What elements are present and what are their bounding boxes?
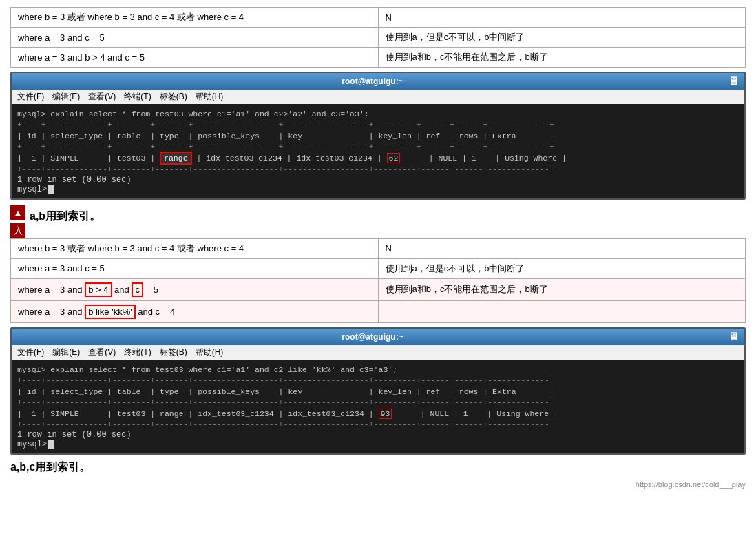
side-icon-up[interactable]: ▲ bbox=[10, 205, 25, 220]
section-1-main: a,b用到索引。 bbox=[30, 204, 746, 228]
terminal-1-title: root@atguigu:~ bbox=[17, 76, 728, 86]
terminal-1-body: mysql> explain select * from test03 wher… bbox=[12, 104, 744, 198]
c-highlight: c bbox=[132, 282, 143, 297]
table-row: where b = 3 或者 where b = 3 and c = 4 或者 … bbox=[11, 8, 746, 28]
terminal-1-menubar: 文件(F) 编辑(E) 查看(V) 终端(T) 标签(B) 帮助(H) bbox=[12, 90, 744, 104]
terminal-2: root@atguigu:~ 🖥 文件(F) 编辑(E) 查看(V) 终端(T)… bbox=[10, 327, 746, 455]
menu-item-tab-2[interactable]: 标签(B) bbox=[160, 347, 187, 358]
range-highlight: range bbox=[160, 152, 192, 165]
menu-item-edit-2[interactable]: 编辑(E) bbox=[52, 347, 80, 358]
table-row: where b = 3 或者 where b = 3 and c = 4 或者 … bbox=[11, 238, 746, 258]
terminal-1-div3: +----+-------------+--------+-------+---… bbox=[17, 165, 739, 175]
terminal-1-datarow: | 1 | SIMPLE | test03 | range | idx_test… bbox=[17, 152, 739, 164]
menu-item-terminal-2[interactable]: 终端(T) bbox=[124, 347, 151, 358]
result-cell: 使用到a，但是c不可以，b中间断了 bbox=[378, 28, 746, 48]
table-row-highlighted-2: where a = 3 and b like 'kk%' and c = 4 bbox=[11, 300, 746, 322]
bottom-info-table: where b = 3 或者 where b = 3 and c = 4 或者 … bbox=[10, 238, 746, 323]
table-row: where a = 3 and c = 5 使用到a，但是c不可以，b中间断了 bbox=[11, 28, 746, 48]
menu-item-help-2[interactable]: 帮助(H) bbox=[196, 347, 224, 358]
condition-cell-like: where a = 3 and b like 'kk%' and c = 4 bbox=[11, 300, 379, 322]
top-info-table: where b = 3 或者 where b = 3 and c = 4 或者 … bbox=[10, 7, 746, 68]
terminal-2-datarow: | 1 | SIMPLE | test03 | range | idx_test… bbox=[17, 408, 739, 420]
section-1-container: ▲ 入 a,b用到索引。 bbox=[10, 204, 746, 238]
section-label-1: a,b用到索引。 bbox=[30, 209, 746, 224]
terminal-2-header: | id | select_type | table | type | poss… bbox=[17, 386, 739, 398]
result-cell: N bbox=[378, 8, 746, 28]
menu-item-file[interactable]: 文件(F) bbox=[17, 91, 44, 103]
condition-cell: where a = 3 and b > 4 and c = 5 bbox=[11, 48, 379, 68]
condition-cell: where a = 3 and c = 5 bbox=[11, 28, 379, 48]
table-row: where a = 3 and c = 5 使用到a，但是c不可以，b中间断了 bbox=[11, 258, 746, 278]
result-cell-empty bbox=[378, 300, 746, 322]
terminal-2-menubar: 文件(F) 编辑(E) 查看(V) 终端(T) 标签(B) 帮助(H) bbox=[12, 345, 744, 360]
terminal-2-div3: +----+-------------+--------+-------+---… bbox=[17, 420, 739, 430]
menu-item-edit[interactable]: 编辑(E) bbox=[52, 91, 80, 103]
terminal-2-div1: +----+-------------+--------+-------+---… bbox=[17, 376, 739, 386]
condition-cell-highlighted: where a = 3 and b > 4 and c = 5 bbox=[11, 278, 379, 300]
side-icons-1: ▲ 入 bbox=[10, 204, 30, 238]
terminal-2-titlebar: root@atguigu:~ 🖥 bbox=[12, 329, 744, 345]
terminal-2-div2: +----+-------------+--------+-------+---… bbox=[17, 398, 739, 408]
table-row-highlighted-1: where a = 3 and b > 4 and c = 5 使用到a和b，c… bbox=[11, 278, 746, 300]
terminal-1-titlebar: root@atguigu:~ 🖥 bbox=[12, 73, 744, 90]
result-cell: 使用到a，但是c不可以，b中间断了 bbox=[378, 258, 746, 278]
result-cell: 使用到a和b，c不能用在范围之后，b断了 bbox=[378, 48, 746, 68]
terminal-2-icon: 🖥 bbox=[728, 331, 739, 343]
result-cell-highlighted: 使用到a和b，c不能用在范围之后，b断了 bbox=[378, 278, 746, 300]
menu-item-tab[interactable]: 标签(B) bbox=[160, 91, 187, 103]
menu-item-help[interactable]: 帮助(H) bbox=[196, 91, 224, 103]
like-highlight: b like 'kk%' bbox=[85, 305, 135, 319]
condition-cell: where a = 3 and c = 5 bbox=[11, 258, 379, 278]
terminal-1-icon: 🖥 bbox=[728, 75, 739, 88]
menu-item-file-2[interactable]: 文件(F) bbox=[17, 347, 44, 358]
url-footer: https://blog.csdn.net/cold___play bbox=[10, 480, 746, 489]
terminal-1-prompt-text: mysql> bbox=[17, 185, 47, 194]
condition-cell: where b = 3 或者 where b = 3 and c = 4 或者 … bbox=[11, 8, 379, 28]
b-highlight: b > 4 bbox=[85, 282, 112, 297]
terminal-1-div1: +----+-------------+--------+-------+---… bbox=[17, 120, 739, 130]
terminal-1-prompt: mysql> bbox=[17, 185, 739, 194]
cursor-1 bbox=[48, 185, 54, 194]
section-label-2: a,b,c用到索引。 bbox=[10, 460, 746, 475]
terminal-2-footer: 1 row in set (0.00 sec) bbox=[17, 430, 739, 440]
terminal-1-command: mysql> explain select * from test03 wher… bbox=[17, 108, 739, 120]
terminal-1-footer: 1 row in set (0.00 sec) bbox=[17, 175, 739, 185]
key-len-value-1: 62 bbox=[387, 153, 401, 163]
cursor-2 bbox=[48, 440, 54, 449]
menu-item-terminal[interactable]: 终端(T) bbox=[124, 91, 151, 103]
page-container: where b = 3 或者 where b = 3 and c = 4 或者 … bbox=[0, 0, 756, 495]
terminal-2-body: mysql> explain select * from test03 wher… bbox=[12, 360, 744, 454]
terminal-2-prompt-text: mysql> bbox=[17, 440, 47, 449]
terminal-2-title: root@atguigu:~ bbox=[17, 332, 728, 342]
table-row: where a = 3 and b > 4 and c = 5 使用到a和b，c… bbox=[11, 48, 746, 68]
menu-item-view[interactable]: 查看(V) bbox=[88, 91, 116, 103]
terminal-2-prompt: mysql> bbox=[17, 440, 739, 449]
terminal-1: root@atguigu:~ 🖥 文件(F) 编辑(E) 查看(V) 终端(T)… bbox=[10, 72, 746, 200]
terminal-1-div2: +----+-------------+--------+-------+---… bbox=[17, 142, 739, 152]
key-len-value-2: 93 bbox=[379, 409, 392, 419]
terminal-1-header: | id | select_type | table | type | poss… bbox=[17, 130, 739, 142]
condition-cell: where b = 3 或者 where b = 3 and c = 4 或者 … bbox=[11, 238, 379, 258]
result-cell: N bbox=[378, 238, 746, 258]
side-icon-enter[interactable]: 入 bbox=[10, 223, 25, 238]
menu-item-view-2[interactable]: 查看(V) bbox=[88, 347, 116, 358]
terminal-2-command: mysql> explain select * from test03 wher… bbox=[17, 364, 739, 376]
